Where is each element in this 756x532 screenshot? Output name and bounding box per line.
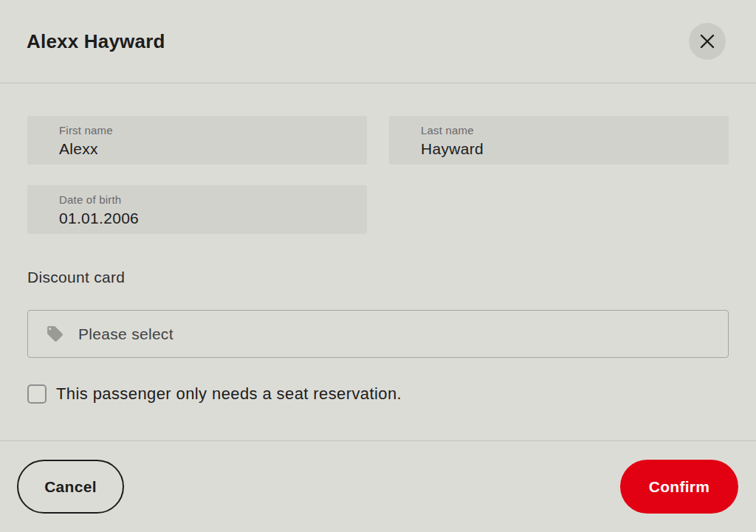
date-of-birth-value: 01.01.2006 [59,207,358,229]
confirm-button[interactable]: Confirm [620,460,738,514]
date-of-birth-label: Date of birth [59,193,358,207]
discount-card-placeholder: Please select [78,325,173,343]
first-name-value: Alexx [59,138,358,160]
last-name-value: Hayward [421,138,720,160]
discount-card-select[interactable]: Please select [27,310,729,358]
first-name-label: First name [59,123,358,138]
date-of-birth-field[interactable]: Date of birth 01.01.2006 [27,185,367,234]
dob-field-row: Date of birth 01.01.2006 [27,185,729,234]
seat-reservation-label: This passenger only needs a seat reserva… [56,384,402,404]
page-title: Alexx Hayward [27,30,165,53]
dialog-body: First name Alexx Last name Hayward Date … [0,116,756,404]
seat-reservation-checkbox[interactable] [27,384,47,404]
dialog-footer: Cancel Confirm [0,441,756,532]
last-name-field[interactable]: Last name Hayward [389,116,729,165]
tag-icon [46,325,64,343]
discount-card-label: Discount card [27,268,729,287]
last-name-label: Last name [421,123,720,138]
name-field-row: First name Alexx Last name Hayward [27,116,729,165]
seat-reservation-row: This passenger only needs a seat reserva… [27,384,729,404]
close-icon [698,32,717,51]
close-button[interactable] [689,23,726,60]
cancel-button[interactable]: Cancel [17,460,124,514]
passenger-details-dialog: Alexx Hayward First name Alexx Last name… [0,0,756,532]
dialog-header: Alexx Hayward [0,0,756,83]
first-name-field[interactable]: First name Alexx [27,116,367,165]
